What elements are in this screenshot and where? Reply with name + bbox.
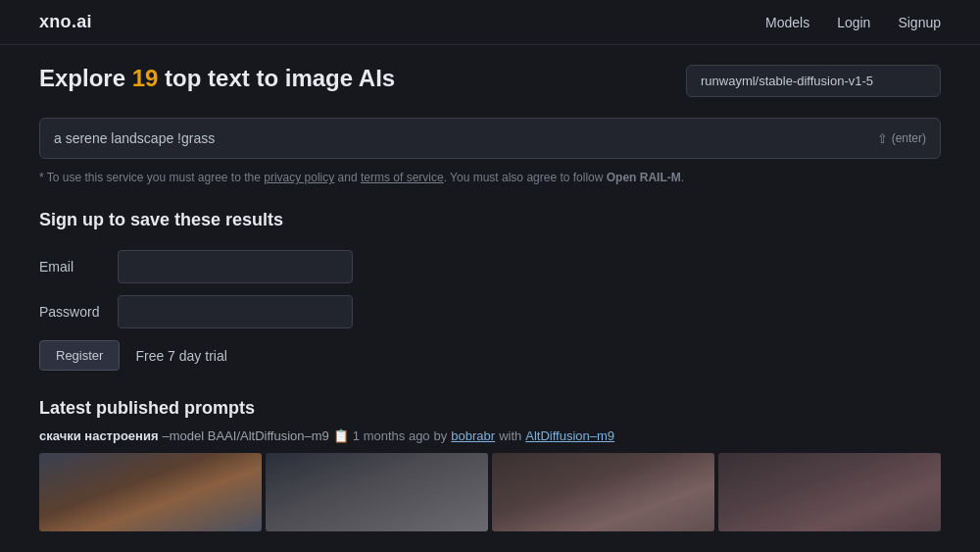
model-selector-area: runwayml/stable-diffusion-v1-5 (686, 65, 941, 97)
explore-heading: Explore 19 top text to image AIs (39, 65, 676, 92)
prompt-with: with (499, 428, 521, 443)
email-label: Email (39, 259, 118, 275)
password-row: Password (39, 295, 941, 328)
nav-links: Models Login Signup (765, 15, 941, 30)
free-trial-text: Free 7 day trial (135, 348, 226, 364)
password-label: Password (39, 304, 118, 320)
signup-heading: Sign up to save these results (39, 210, 941, 230)
prompt-user-link[interactable]: bobrabr (451, 428, 495, 443)
register-button[interactable]: Register (39, 340, 120, 371)
top-area: Explore 19 top text to image AIs runwaym… (39, 65, 941, 108)
prompt-wrapper: a serene landscape !grass ⇧ (enter) (39, 118, 941, 159)
prompt-title: скачки настроения (39, 428, 159, 443)
nav-login[interactable]: Login (837, 15, 870, 30)
image-2[interactable] (266, 453, 488, 531)
terms-and: and (334, 171, 361, 184)
prompt-by: by (434, 428, 448, 443)
terms-prefix: * To use this service you must agree to … (39, 171, 264, 184)
terms-of-service-link[interactable]: terms of service (361, 171, 444, 184)
image-grid (39, 453, 941, 531)
open-rail-text: Open RAIL-M (607, 171, 681, 184)
explore-prefix: Explore (39, 65, 132, 91)
site-logo[interactable]: xno.ai (39, 12, 92, 32)
model-selector-button[interactable]: runwayml/stable-diffusion-v1-5 (686, 65, 941, 97)
terms-end: . (681, 171, 684, 184)
nav-signup[interactable]: Signup (898, 15, 941, 30)
prompt-model-link[interactable]: AltDiffusion–m9 (525, 428, 614, 443)
prompt-emoji: 📋 (333, 428, 349, 443)
latest-heading: Latest published prompts (39, 398, 941, 419)
enter-arrow-icon: ⇧ (877, 131, 888, 146)
explore-heading-area: Explore 19 top text to image AIs (39, 65, 676, 108)
prompt-display: a serene landscape !grass (54, 130, 215, 146)
register-row: Register Free 7 day trial (39, 340, 941, 371)
prompt-time: 1 months ago (353, 428, 430, 443)
prompt-model-flag: –model BAAI/AltDiffusion–m9 (163, 428, 329, 443)
enter-hint-text: (enter) (892, 131, 926, 145)
main-content: Explore 19 top text to image AIs runwaym… (0, 45, 980, 552)
terms-text: * To use this service you must agree to … (39, 169, 941, 186)
email-input[interactable] (118, 250, 353, 283)
password-input[interactable] (118, 295, 353, 328)
prompt-container[interactable]: a serene landscape !grass ⇧ (enter) (39, 118, 941, 159)
image-1[interactable] (39, 453, 262, 531)
image-4[interactable] (718, 453, 941, 531)
explore-number: 19 (132, 65, 159, 91)
prompt-meta: скачки настроения –model BAAI/AltDiffusi… (39, 428, 941, 443)
terms-middle: . You must also agree to follow (444, 171, 607, 184)
privacy-policy-link[interactable]: privacy policy (264, 171, 334, 184)
enter-hint: ⇧ (enter) (877, 131, 926, 146)
navbar: xno.ai Models Login Signup (0, 0, 980, 44)
email-row: Email (39, 250, 941, 283)
explore-suffix: top text to image AIs (158, 65, 395, 91)
image-3[interactable] (492, 453, 714, 531)
nav-models[interactable]: Models (765, 15, 809, 30)
